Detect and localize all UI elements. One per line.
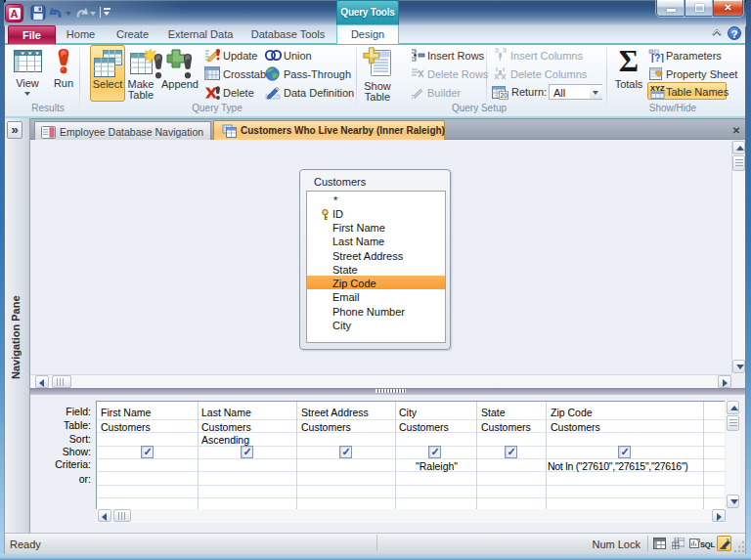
- svg-text:[?]: [?]: [651, 53, 664, 63]
- svg-text:20: 20: [501, 92, 508, 99]
